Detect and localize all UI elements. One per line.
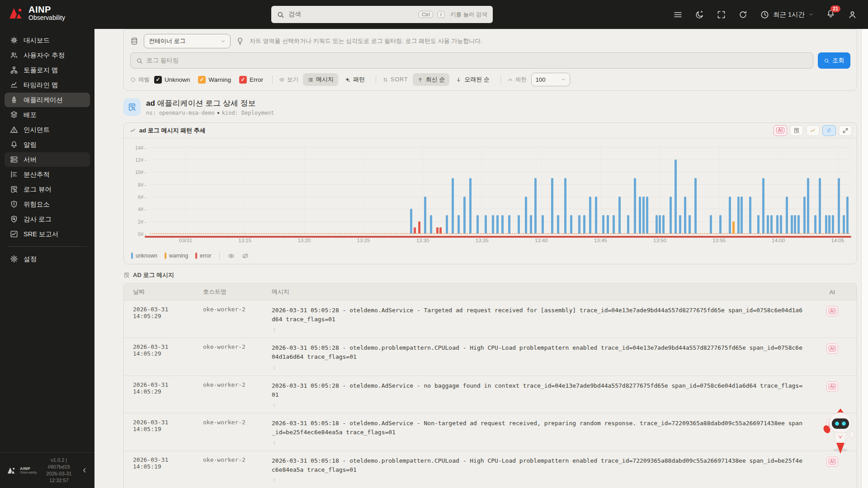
chart-bar-unknown[interactable] <box>767 215 769 234</box>
chart-bar-unknown[interactable] <box>534 178 537 234</box>
chart-bar-unknown[interactable] <box>501 215 504 234</box>
menu-icon[interactable] <box>673 10 683 19</box>
chart-bar-unknown[interactable] <box>825 215 827 234</box>
chart-bar-unknown[interactable] <box>741 197 743 234</box>
chart-bar-unknown[interactable] <box>807 178 809 234</box>
chart-bar-unknown[interactable] <box>551 178 553 234</box>
ai-analyze-button[interactable]: AI <box>826 456 838 467</box>
chart-bar-unknown[interactable] <box>684 197 686 234</box>
chart-bar-unknown[interactable] <box>602 215 604 234</box>
fullscreen-icon[interactable] <box>717 10 726 19</box>
chart-bar-unknown[interactable] <box>570 215 572 234</box>
chart-bar-unknown[interactable] <box>794 215 796 234</box>
sidebar-item-1[interactable]: 사용자수 추정 <box>5 48 90 62</box>
chart-bar-unknown[interactable] <box>710 215 712 234</box>
chart-bar-unknown[interactable] <box>452 178 454 234</box>
user-profile-icon[interactable] <box>848 10 857 19</box>
chart-bar-unknown[interactable] <box>737 197 740 234</box>
chart-bar-unknown[interactable] <box>762 178 764 234</box>
sidebar-item-8[interactable]: 서버 <box>5 152 90 167</box>
sidebar-item-9[interactable]: 분산추적 <box>5 167 90 182</box>
bar-chart-plot[interactable]: 0# -2# -4# -6# -8# -10# -12# -14# - <box>150 145 849 234</box>
chart-bar-unknown[interactable] <box>843 215 845 234</box>
chart-bar-unknown[interactable] <box>583 215 585 234</box>
chart-bar-unknown[interactable] <box>803 197 806 234</box>
chart-bar-unknown[interactable] <box>719 215 722 234</box>
chart-bar-unknown[interactable] <box>670 197 672 234</box>
chart-bar-unknown[interactable] <box>525 197 527 234</box>
chart-bar-unknown[interactable] <box>542 215 544 234</box>
chart-bar-unknown[interactable] <box>776 215 778 234</box>
chart-bar-unknown[interactable] <box>530 215 532 234</box>
chart-bar-unknown[interactable] <box>458 215 460 234</box>
chart-bar-unknown[interactable] <box>780 215 782 234</box>
row-expander-icon[interactable] <box>272 326 277 334</box>
chart-bar-unknown[interactable] <box>689 215 691 234</box>
legend-show-all-icon[interactable] <box>228 253 235 259</box>
level-checkbox-unknown[interactable]: ✓Unknown <box>154 76 190 84</box>
chart-bar-unknown[interactable] <box>791 215 793 234</box>
chart-bar-unknown[interactable] <box>492 215 494 234</box>
dark-mode-icon[interactable] <box>695 10 704 19</box>
limit-input[interactable]: 100 <box>531 73 570 86</box>
chart-bar-unknown[interactable] <box>832 215 834 234</box>
chart-bar-unknown[interactable] <box>770 215 773 234</box>
chart-bar-unknown[interactable] <box>639 197 641 234</box>
chart-bar-error[interactable] <box>436 227 439 234</box>
chart-bar-unknown[interactable] <box>485 215 487 234</box>
chart-bar-unknown[interactable] <box>578 215 580 234</box>
sidebar-item-5[interactable]: 배포 <box>5 108 90 122</box>
chart-bar-unknown[interactable] <box>518 215 520 234</box>
level-checkbox-error[interactable]: ✓Error <box>239 76 263 84</box>
time-range-select[interactable]: 최근 1시간 <box>760 10 814 19</box>
global-search-input[interactable]: 검색 Ctrl / 키를 눌러 검색 <box>271 6 493 23</box>
chart-bar-unknown[interactable] <box>613 215 615 234</box>
sidebar-collapse-icon[interactable] <box>81 467 88 474</box>
chart-bar-unknown[interactable] <box>430 215 432 234</box>
chart-bar-unknown[interactable] <box>595 197 597 234</box>
chart-bar-error[interactable] <box>439 227 442 234</box>
chart-bar-unknown[interactable] <box>749 197 751 234</box>
ai-analysis-button[interactable]: AI <box>774 125 787 136</box>
chart-bar-unknown[interactable] <box>659 215 661 234</box>
sidebar-item-13[interactable]: SRE 보고서 <box>5 227 90 241</box>
chart-bar-unknown[interactable] <box>662 215 665 234</box>
ai-analyze-button[interactable]: AI <box>826 381 838 392</box>
sidebar-item-4[interactable]: 애플리케이션 <box>5 93 90 107</box>
chart-bar-unknown[interactable] <box>656 215 658 234</box>
chart-bar-unknown[interactable] <box>496 215 499 234</box>
table-row[interactable]: 2026-03-31 14:05:19oke-worker-22026-03-3… <box>124 413 857 450</box>
level-checkbox-warning[interactable]: ✓Warning <box>198 76 231 84</box>
chart-bar-unknown[interactable] <box>469 178 472 234</box>
chart-bar-error[interactable] <box>414 227 416 234</box>
log-view-button[interactable] <box>790 125 803 136</box>
log-filter-input[interactable]: 로그 필터링 <box>130 52 813 69</box>
sidebar-item-10[interactable]: 로그 뷰어 <box>5 182 90 197</box>
ai-analyze-button[interactable]: AI <box>826 306 838 316</box>
sidebar-item-7[interactable]: 알림 <box>5 137 90 152</box>
sidebar-item-6[interactable]: 인시던트 <box>5 122 90 137</box>
chart-bar-unknown[interactable] <box>797 215 800 234</box>
legend-item-unknown[interactable]: unknown <box>131 253 157 259</box>
chart-bar-unknown[interactable] <box>627 215 629 234</box>
sort-option-selected[interactable]: 최신 순 <box>413 73 450 86</box>
chart-bar-unknown[interactable] <box>424 197 426 234</box>
chart-bar-unknown[interactable] <box>589 197 591 234</box>
sidebar-item-2[interactable]: 토폴로지 맵 <box>5 63 90 77</box>
chart-bar-unknown[interactable] <box>642 197 645 234</box>
chart-bar-unknown[interactable] <box>607 215 609 234</box>
sidebar-item-settings[interactable]: 설정 <box>5 252 90 266</box>
chart-bar-unknown[interactable] <box>564 178 566 234</box>
sidebar-item-11[interactable]: 위험요소 <box>5 197 90 211</box>
legend-item-warning[interactable]: warning <box>165 253 188 259</box>
notifications-button[interactable]: 21 <box>826 9 835 20</box>
sidebar-item-12[interactable]: 감사 로그 <box>5 212 90 226</box>
chart-bar-unknown[interactable] <box>634 178 636 234</box>
chart-bar-unknown[interactable] <box>786 197 788 234</box>
chart-bar-unknown[interactable] <box>694 178 697 234</box>
row-expander-icon[interactable] <box>272 476 277 484</box>
legend-item-error[interactable]: error <box>195 253 211 259</box>
line-chart-button[interactable] <box>806 125 820 136</box>
table-row[interactable]: 2026-03-31 14:05:29oke-worker-22026-03-3… <box>124 375 857 413</box>
view-option-selected[interactable]: 메시지 <box>303 73 338 86</box>
